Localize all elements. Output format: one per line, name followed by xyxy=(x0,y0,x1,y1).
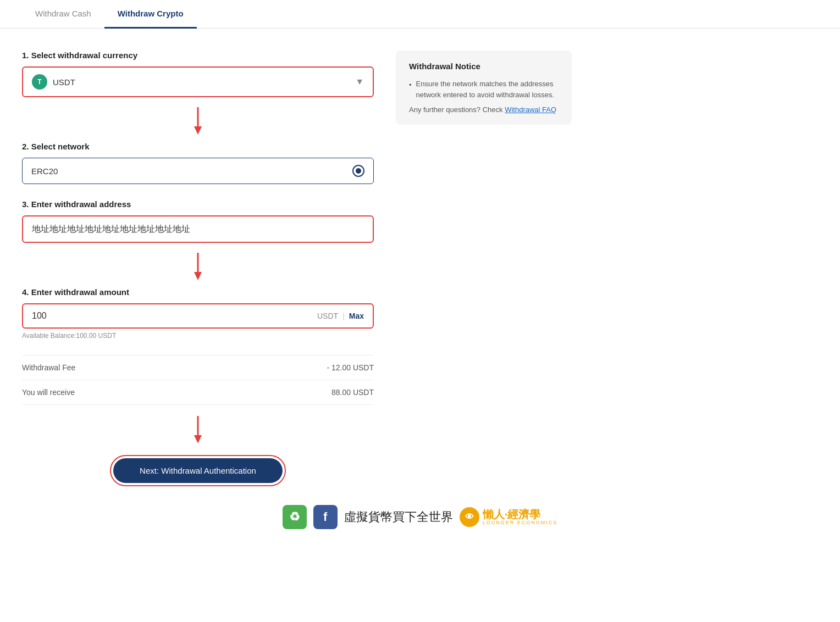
tab-withdraw-cash[interactable]: Withdraw Cash xyxy=(22,0,104,29)
brand-en: LOUNGER ECONOMICS xyxy=(483,520,558,526)
amount-unit: USDT xyxy=(317,312,338,320)
divider: | xyxy=(342,312,345,320)
arrow3 xyxy=(22,416,374,445)
radio-inner xyxy=(356,168,361,174)
brand-zh: 懶人·經濟學 xyxy=(483,508,558,520)
step2-label: 2. Select network xyxy=(22,142,374,151)
next-button[interactable]: Next: Withdrawal Authentication xyxy=(113,458,283,483)
arrow2 xyxy=(22,253,374,282)
notice-title: Withdrawal Notice xyxy=(409,62,559,71)
step1-group: 1. Select withdrawal currency T USDT ▼ xyxy=(22,51,374,97)
step4-label: 4. Enter withdrawal amount xyxy=(22,287,374,297)
brand-logo-text: 懶人·經濟學 LOUNGER ECONOMICS xyxy=(483,508,558,526)
tabs-container: Withdraw Cash Withdraw Crypto xyxy=(0,0,840,29)
amount-row: 100 USDT | Max xyxy=(22,303,374,329)
withdrawal-fee-value: - 12.00 USDT xyxy=(327,363,374,372)
you-will-receive-label: You will receive xyxy=(22,388,75,397)
brand-logo-icon: 👁 xyxy=(460,507,479,527)
available-balance: Available Balance:100.00 USDT xyxy=(22,332,374,340)
fee-section: Withdrawal Fee - 12.00 USDT You will rec… xyxy=(22,355,374,405)
main-content: 1. Select withdrawal currency T USDT ▼ 2… xyxy=(0,29,840,494)
network-name: ERC20 xyxy=(31,166,352,176)
red-arrow-2 xyxy=(184,253,212,280)
form-section: 1. Select withdrawal currency T USDT ▼ 2… xyxy=(22,51,374,483)
svg-marker-5 xyxy=(194,435,202,443)
tab-withdraw-crypto[interactable]: Withdraw Crypto xyxy=(104,0,197,29)
withdrawal-fee-label: Withdrawal Fee xyxy=(22,363,75,372)
step1-label: 1. Select withdrawal currency xyxy=(22,51,374,60)
step4-group: 4. Enter withdrawal amount 100 USDT | Ma… xyxy=(22,287,374,340)
red-arrow-3 xyxy=(184,416,212,443)
bullet-icon: • xyxy=(409,80,412,91)
notice-panel: Withdrawal Notice • Ensure the network m… xyxy=(396,51,572,125)
footer-brand: ♻ f 虛擬貨幣買下全世界 👁 懶人·經濟學 LOUNGER ECONOMICS xyxy=(0,494,840,540)
max-button[interactable]: Max xyxy=(349,312,364,320)
step2-group: 2. Select network ERC20 xyxy=(22,142,374,184)
currency-select[interactable]: T USDT ▼ xyxy=(22,66,374,97)
address-input[interactable] xyxy=(22,215,374,243)
step3-group: 3. Enter withdrawal address xyxy=(22,199,374,243)
notice-item-1: • Ensure the network matches the address… xyxy=(409,79,559,100)
next-button-wrap: Next: Withdrawal Authentication xyxy=(22,458,374,483)
step3-label: 3. Enter withdrawal address xyxy=(22,199,374,209)
arrow1 xyxy=(22,107,374,136)
fee-row-withdrawal: Withdrawal Fee - 12.00 USDT xyxy=(22,355,374,380)
brand-logo-wrap: 👁 懶人·經濟學 LOUNGER ECONOMICS xyxy=(460,507,558,527)
brand-text-zh: 虛擬貨幣買下全世界 xyxy=(344,509,453,525)
svg-marker-3 xyxy=(194,272,202,280)
notice-footer: Any further questions? Check Withdrawal … xyxy=(409,105,559,114)
you-will-receive-value: 88.00 USDT xyxy=(331,388,374,397)
network-select[interactable]: ERC20 xyxy=(22,158,374,184)
svg-marker-1 xyxy=(194,126,202,135)
chevron-down-icon: ▼ xyxy=(355,77,364,87)
brand-fb-icon: f xyxy=(313,505,338,529)
currency-icon: T xyxy=(32,74,47,90)
amount-value: 100 xyxy=(32,311,317,321)
currency-name: USDT xyxy=(53,77,355,87)
fee-row-receive: You will receive 88.00 USDT xyxy=(22,380,374,405)
withdrawal-faq-link[interactable]: Withdrawal FAQ xyxy=(505,105,556,114)
radio-circle xyxy=(352,165,364,177)
brand-green-icon: ♻ xyxy=(283,505,307,529)
red-arrow-1 xyxy=(184,107,212,135)
